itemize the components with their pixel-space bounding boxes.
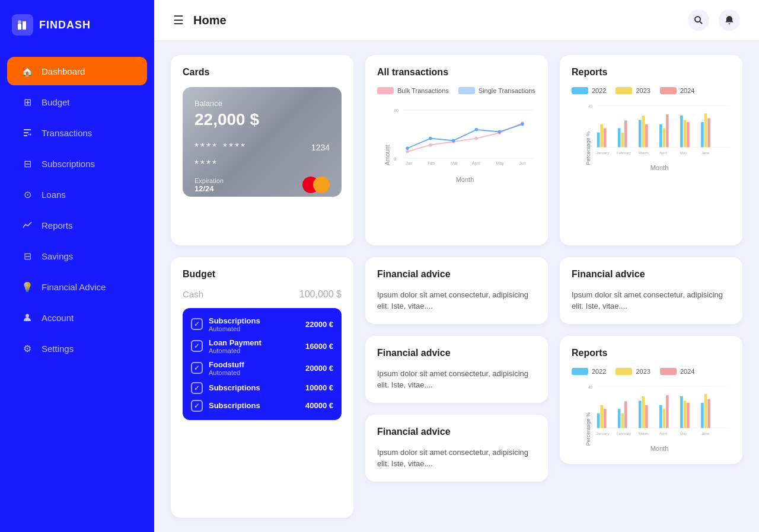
- budget-cash-label: Cash: [183, 289, 203, 299]
- legend-b-2023-color: [616, 368, 632, 375]
- budget-item-info-0: Subscriptions Automated: [209, 316, 260, 332]
- legend-b-2024: 2024: [660, 368, 694, 375]
- budget-item-check-1: ✓: [191, 340, 203, 352]
- budget-item-amount-4: 40000 €: [305, 401, 333, 410]
- reports-icon: [21, 219, 33, 231]
- budget-item-sub-2: Automated: [209, 369, 244, 376]
- card-pin: ****: [194, 158, 330, 171]
- svg-rect-72: [680, 396, 683, 428]
- svg-text:April: April: [659, 151, 666, 155]
- content-grid: Cards Balance 22,000 $ **** **** 1234 **…: [154, 41, 759, 532]
- legend-2024: 2024: [660, 87, 694, 94]
- search-button[interactable]: [688, 9, 709, 31]
- list-item: ✓ Loan Payment Automated 16000 €: [191, 338, 333, 354]
- svg-rect-60: [597, 413, 600, 428]
- budget-cash-row: Cash 100,000 $: [183, 289, 342, 300]
- reports-bottom-widget: Reports 2022 2023 2024: [560, 336, 742, 464]
- svg-rect-42: [663, 128, 666, 147]
- card-expiry: Expiration 12/24: [194, 177, 224, 193]
- topbar-left: ☰ Home: [173, 13, 227, 27]
- svg-rect-76: [704, 394, 707, 428]
- svg-rect-0: [18, 24, 21, 30]
- svg-rect-1: [23, 21, 26, 30]
- budget-item-sub-1: Automated: [209, 347, 261, 354]
- financial-advice-3-title: Financial advice: [377, 427, 536, 437]
- budget-item-left-0: ✓ Subscriptions Automated: [191, 316, 260, 332]
- card-last4: 1234: [311, 143, 330, 152]
- sidebar-item-budget[interactable]: ⊞ Budget: [7, 88, 147, 116]
- svg-rect-36: [621, 133, 624, 148]
- legend-2023: 2023: [616, 87, 650, 94]
- svg-rect-74: [687, 403, 690, 428]
- svg-rect-65: [624, 401, 627, 428]
- budget-item-name-2: Foodstuff: [209, 360, 244, 369]
- sidebar-item-savings[interactable]: ⊟ Savings: [7, 242, 147, 270]
- svg-text:April: April: [659, 431, 666, 435]
- sidebar-item-settings[interactable]: ⚙ Settings: [7, 334, 147, 363]
- card-dots: **** ****: [194, 141, 247, 153]
- svg-point-4: [695, 17, 700, 22]
- subscriptions-icon: ⊟: [21, 158, 33, 169]
- notification-button[interactable]: [719, 9, 740, 31]
- dashboard-icon: 🏠: [21, 65, 33, 77]
- line-chart-wrapper: Amount 40 0: [377, 100, 536, 183]
- svg-rect-34: [604, 128, 607, 147]
- reports-top-legend: 2022 2023 2024: [572, 87, 731, 94]
- mastercard-icon: [302, 177, 330, 193]
- transactions-y-label: Amount: [384, 145, 391, 165]
- sidebar-item-subscriptions[interactable]: ⊟ Subscriptions: [7, 149, 147, 178]
- budget-item-left-3: ✓ Subscriptions: [191, 382, 260, 394]
- svg-point-13: [475, 137, 479, 140]
- sidebar-item-account[interactable]: Account: [7, 303, 147, 332]
- legend-bulk-color: [377, 87, 394, 94]
- transactions-legend: Bulk Transactions Single Transactions: [377, 87, 536, 94]
- svg-rect-41: [659, 124, 662, 148]
- svg-point-20: [498, 130, 501, 134]
- svg-point-21: [521, 123, 524, 126]
- sidebar-item-account-label: Account: [42, 313, 74, 323]
- reports-top-x-label: Month: [588, 164, 731, 171]
- bar-chart-wrapper-bottom: Percentage % 40 0: [572, 381, 731, 452]
- legend-b-2022: 2022: [572, 368, 606, 375]
- svg-point-11: [429, 143, 432, 147]
- reports-top-widget: Reports 2022 2023 2024 Percentage %: [560, 55, 742, 245]
- reports-bottom-y-label: Percentage %: [585, 412, 591, 446]
- financial-advice-1-title: Financial advice: [377, 269, 536, 280]
- svg-point-18: [452, 139, 455, 143]
- sidebar-item-loans[interactable]: ⊙ Loans: [7, 180, 147, 209]
- sidebar-item-transactions[interactable]: Transactions: [7, 118, 147, 147]
- svg-rect-46: [687, 122, 690, 147]
- page-title: Home: [193, 14, 227, 27]
- sidebar-item-financial-advice[interactable]: 💡 Financial Advice: [7, 273, 147, 301]
- legend-2022-label: 2022: [592, 87, 606, 94]
- svg-rect-67: [642, 396, 645, 428]
- svg-rect-38: [639, 120, 642, 147]
- reports-bottom-x-label: Month: [588, 445, 731, 452]
- bar-chart-top: 40 0: [588, 100, 731, 159]
- line-chart: 40 0: [394, 100, 536, 171]
- topbar-right: [688, 9, 740, 31]
- svg-rect-37: [624, 120, 627, 147]
- hamburger-icon[interactable]: ☰: [173, 13, 184, 27]
- svg-text:Feb: Feb: [428, 161, 435, 165]
- budget-item-amount-1: 16000 €: [305, 342, 333, 351]
- sidebar-item-reports[interactable]: Reports: [7, 211, 147, 239]
- svg-rect-68: [645, 405, 648, 428]
- svg-rect-63: [618, 409, 621, 428]
- sidebar-item-settings-label: Settings: [42, 344, 74, 354]
- settings-icon: ⚙: [21, 342, 33, 354]
- budget-item-name-1: Loan Payment: [209, 338, 261, 347]
- app-name: FINDASH: [39, 19, 91, 31]
- svg-rect-48: [704, 113, 707, 147]
- sidebar-item-dashboard[interactable]: 🏠 Dashboard: [7, 57, 147, 85]
- svg-rect-73: [684, 400, 687, 428]
- svg-text:Mar: Mar: [451, 161, 458, 165]
- bank-card: Balance 22,000 $ **** **** 1234 **** Exp…: [183, 87, 342, 197]
- reports-bottom-legend: 2022 2023 2024: [572, 368, 731, 375]
- reports-bottom-column: Financial advice Ipsum dolor sit amet co…: [560, 257, 742, 518]
- svg-rect-35: [618, 128, 621, 147]
- mastercard-orange-circle: [313, 177, 330, 193]
- legend-2023-label: 2023: [636, 87, 650, 94]
- budget-item-left-2: ✓ Foodstuff Automated: [191, 360, 244, 376]
- svg-text:June: June: [701, 431, 710, 435]
